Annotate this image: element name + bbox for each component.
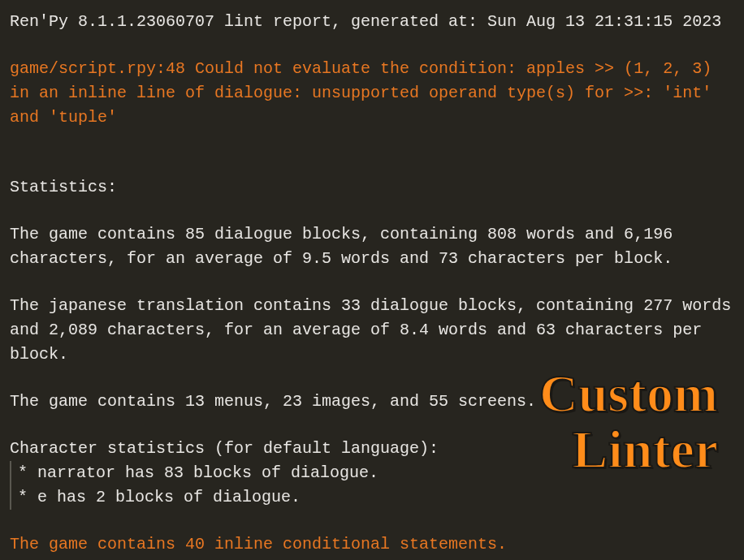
character-stats-header: Character statistics (for default langua…	[10, 437, 734, 461]
character-stat-item: * narrator has 83 blocks of dialogue.	[10, 461, 734, 485]
stats-menus-images-screens: The game contains 13 menus, 23 images, a…	[10, 390, 734, 414]
stats-dialogue-blocks: The game contains 85 dialogue blocks, co…	[10, 222, 734, 271]
character-statistics-block: Character statistics (for default langua…	[10, 437, 734, 510]
character-stat-item: * e has 2 blocks of dialogue.	[10, 485, 734, 510]
statistics-header: Statistics:	[10, 175, 734, 200]
lint-report-header: Ren'Py 8.1.1.23060707 lint report, gener…	[10, 10, 734, 34]
lint-error-message: game/script.rpy:48 Could not evaluate th…	[10, 57, 734, 130]
inline-conditional-count: The game contains 40 inline conditional …	[10, 532, 734, 557]
stats-japanese-translation: The japanese translation contains 33 dia…	[10, 294, 734, 367]
